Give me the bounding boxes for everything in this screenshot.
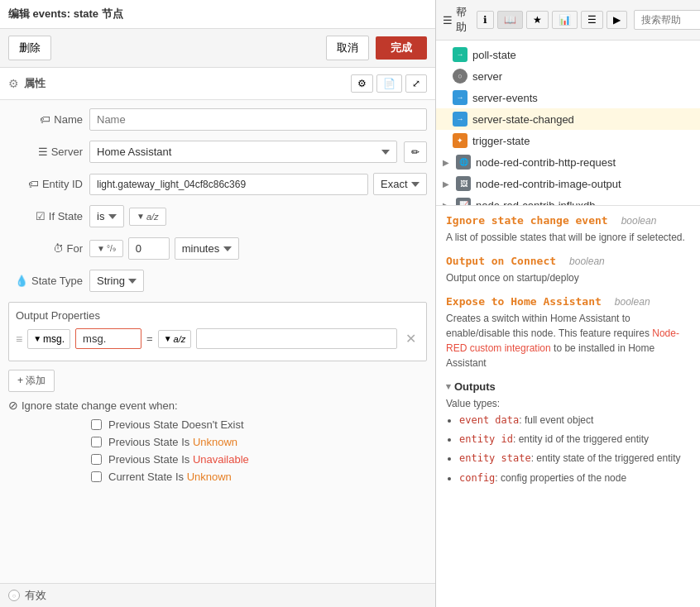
help-tree: → poll-state ○ server → server-events → … <box>436 41 700 206</box>
server-select[interactable]: Home Assistant <box>89 141 397 163</box>
output-event-data: event data: full event object <box>459 413 690 428</box>
expand-icon-btn[interactable]: ⤢ <box>405 74 427 93</box>
info-icon-btn[interactable]: ℹ <box>477 11 494 29</box>
value-types-label: Value types: <box>446 398 690 409</box>
msg-input[interactable] <box>75 328 141 349</box>
right-panel-title: ☰ 帮助 <box>443 5 467 35</box>
add-button[interactable]: + 添加 <box>8 370 55 392</box>
tree-item-poll-state[interactable]: → poll-state <box>436 44 700 65</box>
output-properties-box: Output Properties ≡ ▼ msg. = ▼ a/z <box>8 302 427 361</box>
image-arrow: ▶ <box>443 179 451 189</box>
exact-select[interactable]: Exact <box>373 173 427 195</box>
ignore-state-type: boolean <box>621 215 657 227</box>
help-search-input[interactable] <box>634 10 700 30</box>
status-indicator: ○ <box>8 590 20 601</box>
output-connect-type: boolean <box>569 256 605 267</box>
server-icon: ○ <box>453 69 467 84</box>
check1-label: Previous State Doesn't Exist <box>108 418 244 431</box>
curr-unknown-badge: Unknown <box>187 471 232 483</box>
if-state-select[interactable]: is <box>89 205 124 227</box>
equals-sign: = <box>146 332 153 345</box>
expose-type: boolean <box>615 296 650 308</box>
unavailable-badge: Unavailable <box>193 453 249 466</box>
panel-title: 编辑 events: state 节点 <box>8 7 123 22</box>
output-connect-title: Output on Connect <box>446 255 556 267</box>
for-input[interactable] <box>128 237 170 260</box>
doc-icon-btn[interactable]: 📄 <box>376 74 402 93</box>
name-input[interactable] <box>89 108 427 131</box>
tree-item-server[interactable]: ○ server <box>436 65 700 87</box>
outputs-toggle: ▾ <box>446 381 451 392</box>
settings-icon-btn[interactable]: ⚙ <box>351 74 373 93</box>
ignore-state-title: Ignore state change event <box>446 214 608 227</box>
layers-icon-btn[interactable]: ☰ <box>581 11 603 29</box>
output-props-title: Output Properties <box>16 309 420 322</box>
tree-item-server-state-changed[interactable]: → server-state-changed <box>436 108 700 130</box>
name-label: 🏷 Name <box>8 113 83 126</box>
influx-icon: 📈 <box>456 198 471 206</box>
az-button[interactable]: ▼ a/z <box>129 208 166 226</box>
output-entity-id: entity id: entity id of the triggered en… <box>459 432 690 447</box>
tree-item-trigger-state[interactable]: ✦ trigger-state <box>436 130 700 151</box>
state-type-select[interactable]: String <box>89 270 144 292</box>
check-prev-not-exist[interactable] <box>91 419 102 430</box>
if-state-label: ☑ If State <box>8 210 83 222</box>
delete-row-button[interactable]: ✕ <box>402 331 420 347</box>
tree-item-influxdb[interactable]: ▶ 📈 node-red-contrib-influxdb <box>436 194 700 206</box>
tree-item-image-output[interactable]: ▶ 🖼 node-red-contrib-image-output <box>436 173 700 194</box>
server-events-icon: → <box>453 90 467 105</box>
msg-type-button[interactable]: ▼ msg. <box>27 329 70 349</box>
help-content: Ignore state change event boolean A list… <box>436 206 700 607</box>
outputs-title: Outputs <box>454 380 496 393</box>
image-icon: 🖼 <box>456 176 471 191</box>
for-type-button[interactable]: ▼ °/₉ <box>89 240 123 257</box>
tree-item-http-request[interactable]: ▶ 🌐 node-red-contrib-http-request <box>436 151 700 173</box>
output-config: config: config properties of the node <box>459 471 690 486</box>
server-label: ☰ Server <box>8 146 83 158</box>
book-icon-btn[interactable]: 📖 <box>497 11 523 29</box>
value-input[interactable] <box>196 328 397 349</box>
properties-header: 属性 <box>24 76 46 91</box>
cancel-button[interactable]: 取消 <box>326 36 369 60</box>
for-label: ⏱ For <box>8 242 83 255</box>
outputs-header[interactable]: ▾ Outputs <box>446 380 690 393</box>
for-unit-select[interactable]: minutes <box>175 237 239 260</box>
check-curr-unknown[interactable] <box>91 471 102 482</box>
server-state-changed-icon: → <box>453 112 467 127</box>
http-arrow: ▶ <box>443 158 451 167</box>
tree-item-server-events[interactable]: → server-events <box>436 87 700 108</box>
chart-icon-btn[interactable]: 📊 <box>552 11 578 29</box>
server-edit-button[interactable]: ✏ <box>404 141 427 163</box>
check-prev-unknown[interactable] <box>91 437 102 447</box>
trigger-state-icon: ✦ <box>453 133 467 148</box>
value-type-button[interactable]: ▼ a/z <box>158 330 192 348</box>
check3-label: Previous State Is Unavailable <box>108 453 249 466</box>
outputs-content: Value types: event data: full event obje… <box>446 398 690 486</box>
unknown-badge: Unknown <box>193 436 237 448</box>
delete-button[interactable]: 删除 <box>8 36 51 60</box>
status-text: 有效 <box>25 588 46 603</box>
done-button[interactable]: 完成 <box>376 36 427 60</box>
output-connect-text: Output once on startup/deploy <box>446 270 690 285</box>
entity-id-input[interactable] <box>89 174 368 195</box>
ignore-label: ⊘ Ignore state change event when: <box>8 399 427 412</box>
chevron-right-btn[interactable]: ▶ <box>607 11 627 29</box>
ignore-state-text: A list of possible states that will be i… <box>446 230 690 245</box>
drag-handle[interactable]: ≡ <box>16 332 22 346</box>
check4-label: Current State Is Unknown <box>108 471 232 483</box>
star-icon-btn[interactable]: ★ <box>526 11 549 29</box>
entity-id-label: 🏷 Entity ID <box>8 178 83 190</box>
state-type-label: 💧 State Type <box>8 275 83 287</box>
output-entity-state: entity state: entity state of the trigge… <box>459 451 690 466</box>
http-icon: 🌐 <box>456 155 471 170</box>
poll-state-icon: → <box>453 47 467 62</box>
check-prev-unavailable[interactable] <box>91 454 102 465</box>
expose-text: Creates a switch within Home Assistant t… <box>446 311 690 370</box>
check2-label: Previous State Is Unknown <box>108 436 237 448</box>
expose-title: Expose to Home Assistant <box>446 295 602 308</box>
